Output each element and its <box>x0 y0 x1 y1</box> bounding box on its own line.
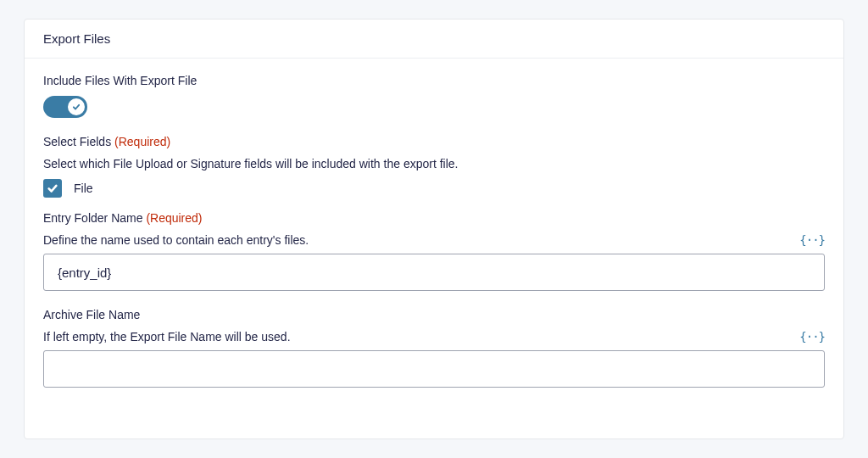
select-fields-label: Select Fields (Required) <box>43 135 825 148</box>
card-body: Include Files With Export File Select Fi… <box>25 59 843 408</box>
entry-folder-label-text: Entry Folder Name <box>43 211 142 225</box>
field-option-row: File <box>43 179 825 198</box>
merge-tag-icon[interactable]: {··} <box>799 233 825 247</box>
merge-tag-icon[interactable]: {··} <box>799 330 825 344</box>
include-files-toggle[interactable] <box>43 96 87 118</box>
check-icon <box>72 103 81 111</box>
file-checkbox[interactable] <box>43 179 62 198</box>
archive-label: Archive File Name <box>43 308 825 321</box>
entry-folder-helper: Define the name used to contain each ent… <box>43 233 309 247</box>
check-icon <box>47 182 58 194</box>
select-fields-required: (Required) <box>114 135 170 148</box>
entry-folder-required: (Required) <box>146 211 202 225</box>
file-checkbox-label: File <box>74 182 93 195</box>
entry-folder-label: Entry Folder Name (Required) <box>43 211 825 225</box>
card-title: Export Files <box>25 20 843 59</box>
entry-folder-input[interactable] <box>43 254 825 291</box>
select-fields-label-text: Select Fields <box>43 135 111 148</box>
archive-input[interactable] <box>43 350 825 388</box>
toggle-knob <box>68 98 85 115</box>
archive-helper: If left empty, the Export File Name will… <box>43 330 291 344</box>
include-files-label: Include Files With Export File <box>43 74 825 87</box>
export-files-card: Export Files Include Files With Export F… <box>24 19 844 439</box>
select-fields-helper: Select which File Upload or Signature fi… <box>43 157 825 170</box>
